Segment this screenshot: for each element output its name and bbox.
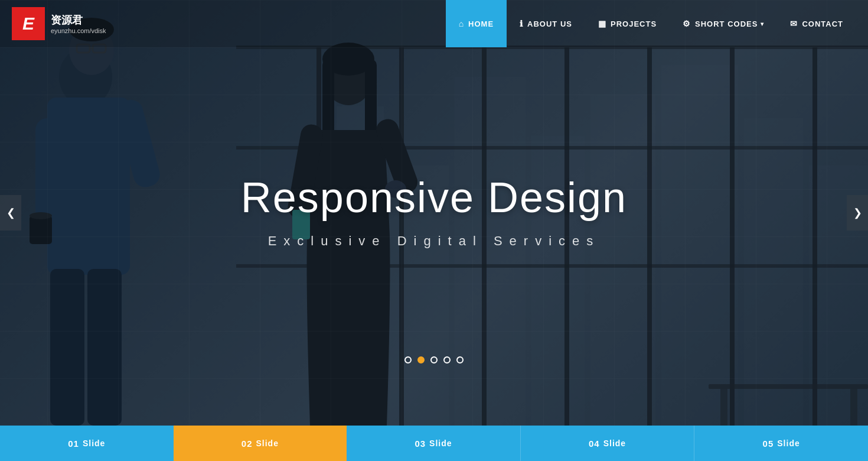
main-nav: ⌂ HOME ℹ ABOUT US ▦ PROJECTS ⚙ SHORT COD… [446, 0, 868, 47]
logo-text: 资源君 eyunzhu.com/vdisk [51, 13, 106, 34]
tab-label-2: Slide [256, 439, 279, 448]
logo-area: E 资源君 eyunzhu.com/vdisk [0, 7, 130, 40]
tab-label-3: Slide [429, 439, 452, 448]
slider-dot-2[interactable] [417, 356, 425, 363]
slider-dot-3[interactable] [430, 356, 438, 363]
logo-letter: E [22, 14, 34, 34]
tab-num-5: 05 [763, 439, 774, 449]
nav-label-home: HOME [468, 20, 494, 28]
slide-tab-3[interactable]: 03 Slide [347, 426, 520, 461]
hero-title: Responsive Design [241, 173, 627, 222]
nav-label-about: ABOUT US [527, 20, 572, 28]
envelope-icon: ✉ [790, 19, 798, 28]
slider-dot-5[interactable] [456, 356, 464, 363]
header: E 资源君 eyunzhu.com/vdisk ⌂ HOME ℹ ABOUT U… [0, 0, 868, 47]
dropdown-arrow-icon: ▾ [761, 21, 764, 27]
tab-num-3: 03 [415, 439, 426, 449]
info-icon: ℹ [520, 19, 523, 28]
nav-item-home[interactable]: ⌂ HOME [446, 0, 507, 47]
grid-icon: ▦ [598, 19, 606, 28]
slider-dot-4[interactable] [443, 356, 451, 363]
nav-label-contact: CONTACT [802, 20, 843, 28]
slide-tabs: 01 Slide 02 Slide 03 Slide 04 Slide 05 S… [0, 426, 868, 461]
slide-tab-5[interactable]: 05 Slide [694, 426, 868, 461]
slide-tab-2[interactable]: 02 Slide [174, 426, 347, 461]
next-arrow-icon: ❯ [853, 206, 862, 219]
tab-label-1: Slide [83, 439, 105, 448]
logo-subtitle: eyunzhu.com/vdisk [51, 27, 106, 34]
logo-box: E [12, 7, 45, 40]
tab-label-4: Slide [603, 439, 626, 448]
prev-arrow-icon: ❮ [6, 206, 15, 219]
tab-num-1: 01 [68, 439, 79, 449]
logo-title: 资源君 [51, 13, 106, 27]
gear-icon: ⚙ [683, 19, 691, 28]
slide-tab-4[interactable]: 04 Slide [520, 426, 694, 461]
nav-item-shortcodes[interactable]: ⚙ SHORT CODES ▾ [670, 0, 777, 47]
tab-num-4: 04 [589, 439, 600, 449]
slide-tab-1[interactable]: 01 Slide [0, 426, 174, 461]
nav-item-projects[interactable]: ▦ PROJECTS [585, 0, 670, 47]
nav-label-projects: PROJECTS [611, 20, 657, 28]
hero-subtitle: Exclusive Digital Services [241, 233, 627, 249]
tab-label-5: Slide [777, 439, 800, 448]
slider-dot-1[interactable] [404, 356, 412, 363]
home-icon: ⌂ [459, 19, 464, 28]
hero-content: Responsive Design Exclusive Digital Serv… [241, 173, 627, 249]
tab-num-2: 02 [242, 439, 253, 449]
prev-arrow[interactable]: ❮ [0, 195, 21, 230]
nav-label-shortcodes: SHORT CODES [695, 20, 758, 28]
nav-item-about[interactable]: ℹ ABOUT US [507, 0, 585, 47]
next-arrow[interactable]: ❯ [847, 195, 868, 230]
slider-dots [404, 356, 464, 363]
nav-item-contact[interactable]: ✉ CONTACT [777, 0, 856, 47]
hero-section: Responsive Design Exclusive Digital Serv… [0, 0, 868, 426]
